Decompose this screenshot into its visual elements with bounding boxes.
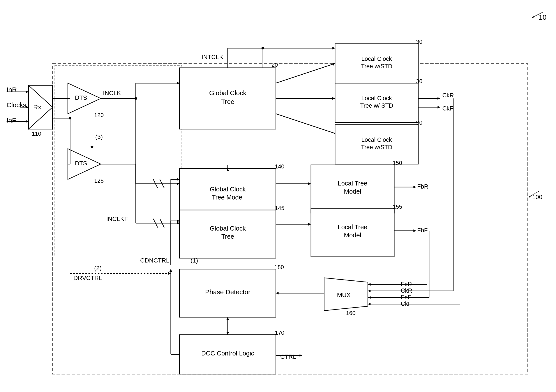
- label-ckr: CkR: [442, 92, 454, 99]
- circuit-diagram: 10 100 InR Clocks InF Rx Rx 110 DTS 120 …: [0, 0, 556, 392]
- ref-30-3: 30: [416, 120, 422, 126]
- local-tree-3-label2: Tree w/STD: [361, 144, 392, 151]
- ltm1-label1: Local Tree: [338, 180, 367, 187]
- local-tree-3-label1: Local Clock: [361, 136, 392, 143]
- local-tree-1-label1: Local Clock: [361, 56, 392, 62]
- ref-145: 145: [275, 205, 284, 211]
- ref-110: 110: [32, 130, 41, 137]
- dts-top-label: DTS: [75, 94, 87, 101]
- ref-30-2: 30: [416, 78, 422, 84]
- ref-100: 100: [532, 194, 542, 200]
- ref-125: 125: [94, 177, 104, 184]
- label-inclkf: INCLKF: [106, 215, 128, 222]
- label-fbr-out: FbR: [417, 183, 428, 190]
- ref-20: 20: [271, 61, 278, 68]
- note-3: (3): [95, 133, 103, 140]
- mux-label: MUX: [337, 292, 351, 298]
- ltm2-label1: Local Tree: [338, 224, 367, 231]
- label-inf: InF: [7, 117, 16, 124]
- label-inclk: INCLK: [103, 90, 121, 97]
- ref-30-1: 30: [416, 38, 422, 45]
- global-clock-tree-main-label1: Global Clock: [209, 89, 247, 97]
- dts-bottom-label: DTS: [75, 160, 87, 167]
- label-cdnctrl: CDNCTRL: [140, 257, 170, 264]
- diagram-container: 10 100 InR Clocks InF Rx Rx 110 DTS 120 …: [0, 0, 556, 392]
- label-ctrl: CTRL: [280, 353, 296, 360]
- note-1: (1): [191, 257, 198, 264]
- label-intclk: INTCLK: [201, 53, 223, 60]
- dcc-label: DCC Control Logic: [201, 350, 254, 357]
- ref-120: 120: [94, 112, 104, 118]
- ref-180: 180: [274, 264, 284, 270]
- ref-160: 160: [346, 310, 355, 316]
- local-tree-1-label2: Tree w/STD: [361, 63, 392, 69]
- ref-150: 150: [393, 160, 402, 166]
- local-tree-2-label2: Tree w/ STD: [360, 102, 393, 109]
- ref-170: 170: [275, 329, 284, 336]
- ltm2-label2: Model: [344, 232, 361, 239]
- ltm1-label2: Model: [344, 188, 361, 195]
- ref-155: 155: [393, 204, 402, 210]
- local-tree-2-label1: Local Clock: [361, 95, 392, 101]
- note-2: (2): [94, 265, 102, 271]
- ref-140: 140: [275, 163, 284, 170]
- phase-det-label: Phase Detector: [205, 288, 251, 295]
- gct-inclkf-label2: Tree: [221, 233, 234, 240]
- global-clock-tree-main-label2: Tree: [221, 98, 234, 105]
- ref-10: 10: [539, 13, 547, 21]
- gct-inclkf-label1: Global Clock: [210, 225, 246, 232]
- label-fbf-out: FbF: [417, 227, 428, 234]
- label-drvctrl: DRVCTRL: [73, 275, 102, 281]
- label-ckf: CkF: [442, 105, 453, 112]
- gct-model-label2: Tree Model: [212, 194, 244, 201]
- gct-model-label1: Global Clock: [210, 186, 246, 193]
- rx-label: Rx: [33, 104, 41, 111]
